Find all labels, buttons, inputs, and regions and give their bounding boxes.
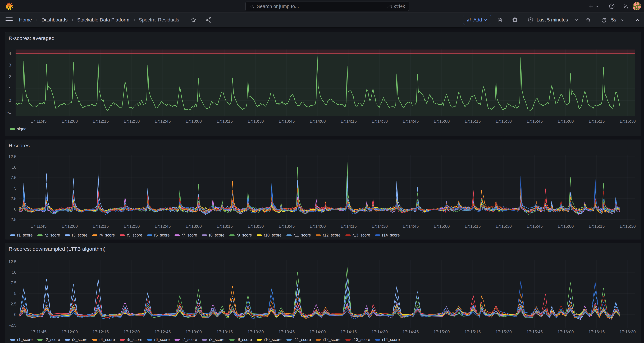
svg-text:17:15:00: 17:15:00 — [434, 119, 450, 123]
svg-text:17:16:00: 17:16:00 — [558, 329, 574, 334]
svg-text:17:13:30: 17:13:30 — [248, 329, 264, 334]
svg-text:3: 3 — [9, 63, 11, 67]
svg-text:17:13:00: 17:13:00 — [186, 224, 202, 229]
svg-text:12.5: 12.5 — [8, 154, 16, 159]
svg-text:17:13:00: 17:13:00 — [186, 119, 202, 123]
svg-text:17:14:00: 17:14:00 — [310, 119, 326, 123]
svg-text:17:14:30: 17:14:30 — [372, 329, 388, 334]
svg-text:17:12:15: 17:12:15 — [92, 329, 109, 334]
svg-text:17:11:45: 17:11:45 — [31, 119, 47, 123]
svg-text:-1: -1 — [8, 110, 11, 114]
svg-text:-2.5: -2.5 — [9, 217, 16, 222]
svg-text:17:12:15: 17:12:15 — [92, 224, 109, 229]
svg-text:17:13:15: 17:13:15 — [216, 329, 233, 334]
svg-text:17:15:30: 17:15:30 — [496, 329, 512, 334]
svg-text:17:12:30: 17:12:30 — [124, 119, 140, 123]
svg-text:17:14:30: 17:14:30 — [372, 119, 388, 123]
svg-text:17:11:45: 17:11:45 — [31, 224, 47, 229]
svg-text:0: 0 — [14, 312, 16, 317]
svg-text:17:12:45: 17:12:45 — [154, 329, 170, 334]
svg-text:17:12:45: 17:12:45 — [154, 224, 170, 229]
svg-text:17:15:00: 17:15:00 — [434, 224, 450, 229]
svg-text:17:11:45: 17:11:45 — [31, 329, 47, 334]
svg-text:17:14:15: 17:14:15 — [340, 224, 357, 229]
svg-text:10: 10 — [12, 165, 16, 170]
svg-text:17:15:30: 17:15:30 — [496, 224, 512, 229]
svg-text:17:13:30: 17:13:30 — [248, 119, 264, 123]
svg-text:17:13:15: 17:13:15 — [216, 224, 233, 229]
svg-text:17:14:00: 17:14:00 — [310, 224, 326, 229]
svg-text:2.5: 2.5 — [11, 302, 16, 306]
svg-text:17:13:00: 17:13:00 — [186, 329, 202, 334]
svg-text:17:12:30: 17:12:30 — [124, 224, 140, 229]
svg-text:17:15:30: 17:15:30 — [496, 119, 512, 123]
svg-text:17:16:15: 17:16:15 — [588, 119, 604, 123]
svg-text:17:13:45: 17:13:45 — [278, 224, 294, 229]
svg-text:17:13:15: 17:13:15 — [216, 119, 233, 123]
svg-text:17:13:45: 17:13:45 — [278, 119, 294, 123]
svg-text:17:14:15: 17:14:15 — [340, 329, 357, 334]
svg-text:7.5: 7.5 — [11, 280, 16, 285]
svg-text:17:12:30: 17:12:30 — [124, 329, 140, 334]
svg-text:0: 0 — [14, 207, 16, 211]
svg-text:17:16:00: 17:16:00 — [558, 224, 574, 229]
svg-text:5: 5 — [14, 291, 16, 296]
svg-text:17:14:00: 17:14:00 — [310, 329, 326, 334]
svg-text:17:14:15: 17:14:15 — [340, 119, 357, 123]
svg-text:7.5: 7.5 — [11, 175, 16, 180]
svg-text:17:12:15: 17:12:15 — [92, 119, 109, 123]
svg-text:17:15:00: 17:15:00 — [434, 329, 450, 334]
svg-text:17:12:00: 17:12:00 — [62, 119, 78, 123]
svg-text:17:15:45: 17:15:45 — [526, 119, 543, 123]
svg-text:12.5: 12.5 — [8, 259, 16, 264]
svg-text:17:12:00: 17:12:00 — [62, 329, 78, 334]
svg-text:17:15:45: 17:15:45 — [526, 329, 543, 334]
svg-text:17:16:15: 17:16:15 — [588, 329, 604, 334]
svg-text:17:16:30: 17:16:30 — [620, 224, 636, 229]
svg-text:17:15:15: 17:15:15 — [464, 329, 480, 334]
svg-text:1: 1 — [9, 86, 11, 91]
svg-text:17:13:45: 17:13:45 — [278, 329, 294, 334]
svg-text:17:14:45: 17:14:45 — [402, 329, 418, 334]
svg-text:17:15:15: 17:15:15 — [464, 119, 480, 123]
svg-text:-2.5: -2.5 — [9, 323, 16, 327]
svg-text:17:16:00: 17:16:00 — [558, 119, 574, 123]
svg-text:17:14:30: 17:14:30 — [372, 224, 388, 229]
svg-text:17:16:30: 17:16:30 — [620, 329, 636, 334]
svg-text:5: 5 — [14, 186, 16, 190]
svg-text:2: 2 — [9, 75, 11, 79]
svg-text:17:13:30: 17:13:30 — [248, 224, 264, 229]
svg-text:10: 10 — [12, 270, 16, 275]
svg-text:17:16:15: 17:16:15 — [588, 224, 604, 229]
svg-text:17:12:45: 17:12:45 — [154, 119, 170, 123]
svg-text:17:15:15: 17:15:15 — [464, 224, 480, 229]
svg-text:0: 0 — [9, 98, 11, 103]
svg-text:17:14:45: 17:14:45 — [402, 224, 418, 229]
svg-text:17:12:00: 17:12:00 — [62, 224, 78, 229]
svg-text:17:14:45: 17:14:45 — [402, 119, 418, 123]
svg-text:17:16:30: 17:16:30 — [620, 119, 636, 123]
svg-text:4: 4 — [9, 51, 11, 56]
svg-text:17:15:45: 17:15:45 — [526, 224, 543, 229]
svg-text:2.5: 2.5 — [11, 196, 16, 201]
